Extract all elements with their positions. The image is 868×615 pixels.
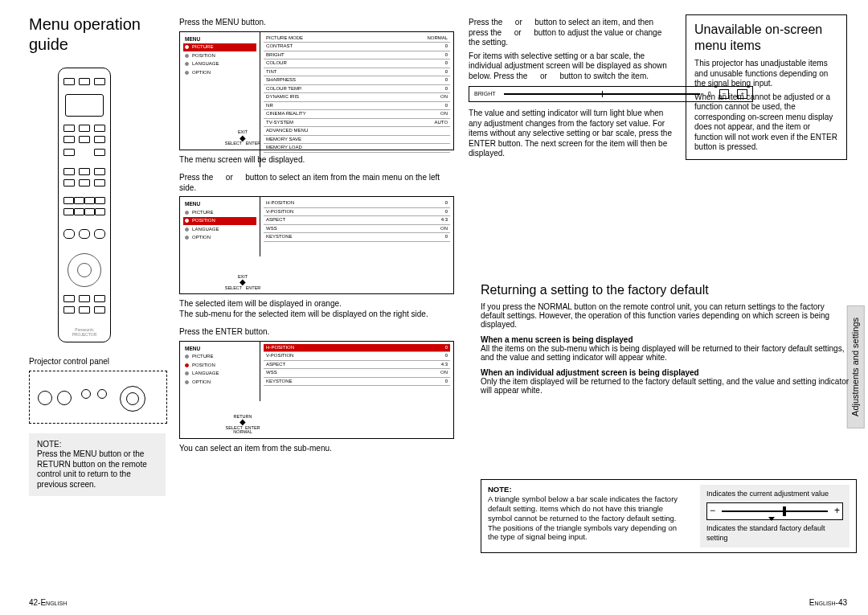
returning-title: Returning a setting to the factory defau… [481,283,850,297]
return-note: NOTE: Press the MENU button or the RETUR… [29,433,166,497]
unavailable-title: Unavailable on-screen menu items [694,22,838,54]
step4-title: Press the or button to select an item, a… [469,18,673,48]
footer-left: 42-English [29,598,67,607]
step4-after2: The value and setting indicator will tur… [469,109,673,159]
unavailable-box: Unavailable on-screen menu items This pr… [686,14,847,160]
menu-figure-2: MENU PICTURE POSITION LANGUAGE OPTION H-… [179,196,454,294]
control-panel-caption: Projector control panel [29,357,168,367]
returning-section: Returning a setting to the factory defau… [481,283,850,395]
step4-after1: For items with selective setting or a ba… [469,51,673,82]
step2-after1: The selected item will be displayed in o… [179,299,454,310]
page-title: Menu operation guide [29,14,168,55]
menu-figure-1: MENU PICTURE POSITION LANGUAGE OPTION PI… [179,31,454,150]
indicator-box: Indicates the current adjustment value −… [700,485,850,547]
factory-note: NOTE: A triangle symbol below a bar scal… [481,479,857,553]
step2-after2: The sub-menu for the selected item will … [179,310,454,320]
step2-title: Press the or button to select an item fr… [179,173,454,193]
returning-h2: When an individual adjustment screen is … [481,368,850,377]
returning-h1: When a menu screen is being displayed [481,335,850,344]
step1-title: Press the MENU button. [179,18,454,28]
remote-illustration: PanasonicPROJECTOR [58,68,111,342]
menu-figure-3: MENU PICTURE POSITION LANGUAGE OPTION H-… [179,341,454,439]
step3-title: Press the ENTER button. [179,327,454,338]
footer-right: English-43 [809,598,847,607]
control-panel-illustration [29,371,167,424]
step3-after: You can select an item from the sub-menu… [179,444,454,454]
slider-illustration: −+ [706,502,843,520]
